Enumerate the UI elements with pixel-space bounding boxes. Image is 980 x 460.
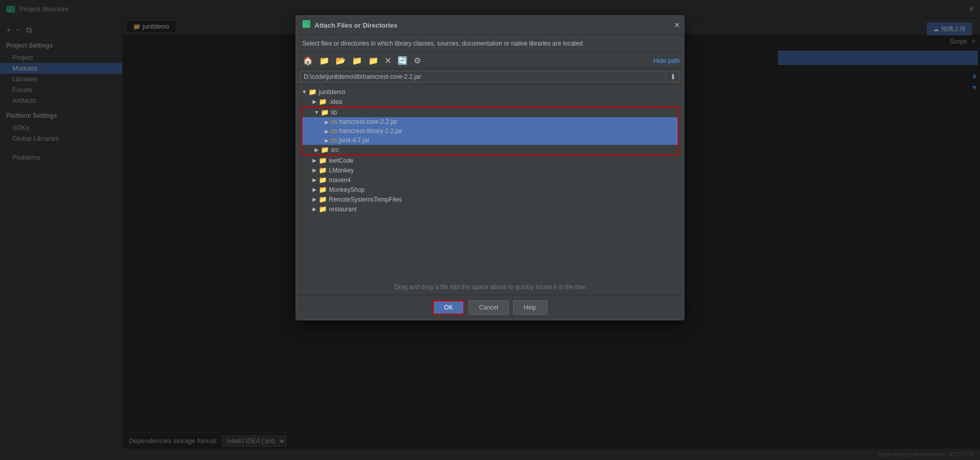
red-border-container: ▼ 📁 lib ▶ 🗃 hamcrest-core-2.2.jar ▶ 🗃 ha… — [301, 106, 679, 156]
tree-arrow-maven4: ▶ — [310, 177, 319, 183]
tree-arrow-monkeyshop: ▶ — [310, 187, 319, 192]
folder-icon-src: 📁 — [321, 146, 329, 154]
file-tree[interactable]: ▼ 📁 junitdemo ▶ 📁 .idea ▼ 📁 lib ▶ — [296, 85, 684, 279]
tree-arrow-lib: ▼ — [313, 109, 321, 115]
jar-icon-junit: 🗃 — [331, 137, 337, 144]
tree-label-idea: .idea — [329, 98, 342, 105]
tree-arrow-lmonkey: ▶ — [310, 167, 319, 173]
toolbar-delete-button[interactable]: ✕ — [382, 55, 394, 67]
tree-item-lmonkey[interactable]: ▶ 📁 LMonkey — [300, 165, 680, 175]
tree-arrow-hamcrest-library: ▶ — [323, 128, 331, 134]
svg-rect-4 — [304, 21, 306, 23]
toolbar-refresh-button[interactable]: 🔄 — [395, 55, 410, 67]
tree-label-monkeyshop: MonkeyShop — [329, 186, 365, 193]
tree-label-hamcrest-core: hamcrest-core-2.2.jar — [339, 118, 397, 125]
dialog-buttons: OK Cancel Help — [296, 295, 684, 320]
tree-arrow-junitdemo: ▼ — [300, 89, 308, 95]
cancel-button[interactable]: Cancel — [469, 300, 509, 315]
jar-icon-hamcrest-core: 🗃 — [331, 118, 337, 125]
tree-arrow-idea: ▶ — [310, 99, 319, 104]
dialog-close-button[interactable]: × — [674, 20, 680, 31]
tree-arrow-junit: ▶ — [323, 138, 331, 143]
tree-label-src: src — [331, 146, 339, 154]
tree-arrow-remotesystems: ▶ — [310, 196, 319, 202]
dialog-overlay: Attach Files or Directories × Select fil… — [0, 0, 980, 460]
tree-label-junitdemo: junitdemo — [319, 89, 345, 96]
folder-icon-maven4: 📁 — [319, 176, 327, 184]
tree-item-monkeyshop[interactable]: ▶ 📁 MonkeyShop — [300, 185, 680, 194]
tree-label-lib: lib — [331, 109, 337, 116]
tree-label-restaurant: restaurant — [329, 206, 357, 213]
tree-item-hamcrest-library[interactable]: ▶ 🗃 hamcrest-library-2.2.jar — [302, 126, 678, 136]
folder-icon-remotesystems: 📁 — [319, 195, 327, 203]
folder-icon-junitdemo: 📁 — [308, 88, 317, 96]
drag-drop-hint: Drag and drop a file into the space abov… — [296, 279, 684, 295]
tree-item-junitdemo[interactable]: ▼ 📁 junitdemo — [300, 87, 680, 97]
hide-path-button[interactable]: Hide path — [654, 57, 680, 64]
toolbar-home-button[interactable]: 🏠 — [300, 55, 316, 67]
toolbar-folder4-button[interactable]: 📁 — [366, 55, 381, 67]
tree-label-junit: junit-4.7.jar — [339, 137, 369, 144]
toolbar-folder1-button[interactable]: 📁 — [317, 55, 332, 67]
tree-arrow-src: ▶ — [313, 147, 321, 152]
folder-icon-lmonkey: 📁 — [319, 166, 327, 174]
tree-label-maven4: maven4 — [329, 177, 351, 184]
tree-item-lib[interactable]: ▼ 📁 lib — [302, 107, 678, 117]
toolbar-folder2-button[interactable]: 📂 — [333, 55, 348, 67]
folder-icon-lib: 📁 — [321, 108, 329, 116]
dialog-icon — [302, 20, 310, 30]
tree-item-junit[interactable]: ▶ 🗃 junit-4.7.jar — [302, 136, 678, 145]
dialog-description: Select files or directories in which lib… — [296, 35, 684, 53]
folder-icon-monkeyshop: 📁 — [319, 186, 327, 193]
tree-item-restaurant[interactable]: ▶ 📁 restaurant — [300, 204, 680, 214]
tree-arrow-hamcrest-core: ▶ — [323, 119, 331, 125]
tree-item-leetcode[interactable]: ▶ 📁 leetCode — [300, 156, 680, 165]
path-input-row: ⬇ — [296, 69, 684, 85]
folder-icon-idea: 📁 — [319, 98, 327, 105]
path-input[interactable] — [300, 71, 664, 82]
help-button[interactable]: Help — [513, 300, 547, 315]
tree-label-lmonkey: LMonkey — [329, 167, 354, 174]
tree-arrow-leetcode: ▶ — [310, 158, 319, 163]
toolbar-folder3-button[interactable]: 📁 — [349, 55, 365, 67]
tree-label-leetcode: leetCode — [329, 157, 353, 164]
path-browse-button[interactable]: ⬇ — [666, 71, 680, 82]
tree-arrow-restaurant: ▶ — [310, 206, 319, 212]
tree-label-hamcrest-library: hamcrest-library-2.2.jar — [339, 127, 402, 135]
jar-icon-hamcrest-library: 🗃 — [331, 127, 337, 135]
tree-item-hamcrest-core[interactable]: ▶ 🗃 hamcrest-core-2.2.jar — [302, 117, 678, 126]
folder-icon-restaurant: 📁 — [319, 205, 327, 213]
attach-files-dialog: Attach Files or Directories × Select fil… — [296, 15, 684, 320]
tree-item-src[interactable]: ▶ 📁 src — [302, 145, 678, 155]
dialog-title-text: Attach Files or Directories — [315, 21, 397, 29]
folder-icon-leetcode: 📁 — [319, 157, 327, 164]
dialog-toolbar: 🏠 📁 📂 📁 📁 ✕ 🔄 ⚙ Hide path — [296, 53, 684, 69]
tree-label-remotesystems: RemoteSystemsTempFiles — [329, 196, 402, 203]
tree-item-remotesystems[interactable]: ▶ 📁 RemoteSystemsTempFiles — [300, 194, 680, 204]
svg-rect-5 — [307, 21, 309, 26]
tree-item-idea[interactable]: ▶ 📁 .idea — [300, 97, 680, 106]
dialog-title-bar: Attach Files or Directories × — [296, 16, 684, 35]
ok-button[interactable]: OK — [433, 300, 464, 315]
toolbar-settings-button[interactable]: ⚙ — [411, 55, 424, 67]
tree-item-maven4[interactable]: ▶ 📁 maven4 — [300, 175, 680, 185]
